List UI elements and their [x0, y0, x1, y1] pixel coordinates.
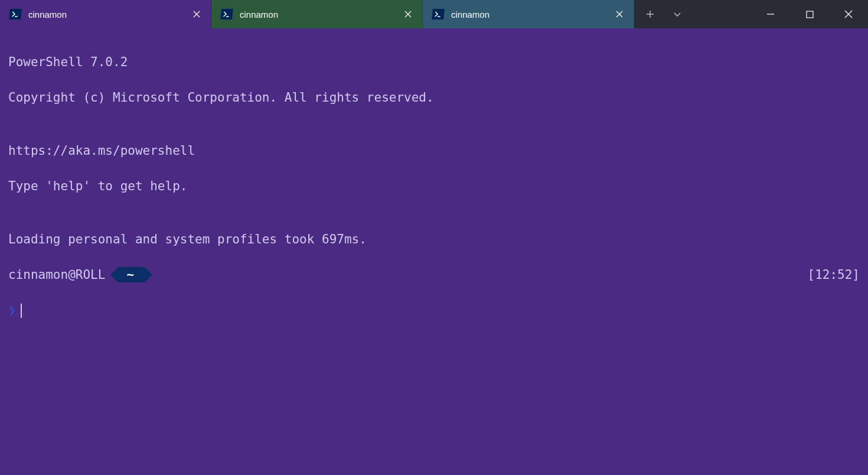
window-controls — [751, 0, 868, 28]
tab-2[interactable]: cinnamon — [211, 0, 423, 28]
tab-3[interactable]: cinnamon — [423, 0, 634, 28]
dropdown-button[interactable] — [664, 0, 691, 28]
tab-title: cinnamon — [451, 9, 611, 19]
tab-1[interactable]: cinnamon — [0, 0, 211, 28]
close-icon[interactable] — [400, 6, 416, 22]
prompt-arrow-icon: ❯ — [8, 303, 16, 317]
prompt-user: cinnamon@ROLL — [8, 266, 105, 284]
terminal-line: https://aka.ms/powershell — [8, 142, 860, 160]
close-icon[interactable] — [611, 6, 628, 22]
terminal-line: Loading personal and system profiles too… — [8, 230, 860, 248]
minimize-button[interactable] — [751, 0, 790, 28]
prompt-row: cinnamon@ROLL ~ [12:52] — [8, 266, 860, 284]
terminal-line: Copyright (c) Microsoft Corporation. All… — [8, 89, 860, 106]
maximize-button[interactable] — [790, 0, 829, 28]
tab-title: cinnamon — [28, 9, 188, 19]
cursor — [21, 304, 22, 318]
close-icon[interactable] — [188, 6, 205, 22]
close-window-button[interactable] — [829, 0, 868, 28]
powershell-icon — [432, 8, 444, 20]
terminal-line: Type 'help' to get help. — [8, 177, 860, 195]
tab-title: cinnamon — [240, 9, 400, 19]
prompt-input-line[interactable]: ❯ — [8, 301, 860, 319]
prompt-path: ~ — [118, 267, 145, 282]
new-tab-button[interactable] — [637, 0, 664, 28]
tab-actions — [637, 0, 691, 28]
svg-rect-12 — [807, 11, 813, 18]
titlebar-drag-area[interactable] — [691, 0, 751, 28]
powershell-icon — [9, 8, 21, 20]
prompt-time: [12:52] — [807, 266, 860, 284]
terminal-pane[interactable]: PowerShell 7.0.2 Copyright (c) Microsoft… — [0, 28, 868, 475]
terminal-line: PowerShell 7.0.2 — [8, 53, 860, 71]
powershell-icon — [221, 8, 233, 20]
title-bar: cinnamon cinnamon cinnamon — [0, 0, 868, 28]
